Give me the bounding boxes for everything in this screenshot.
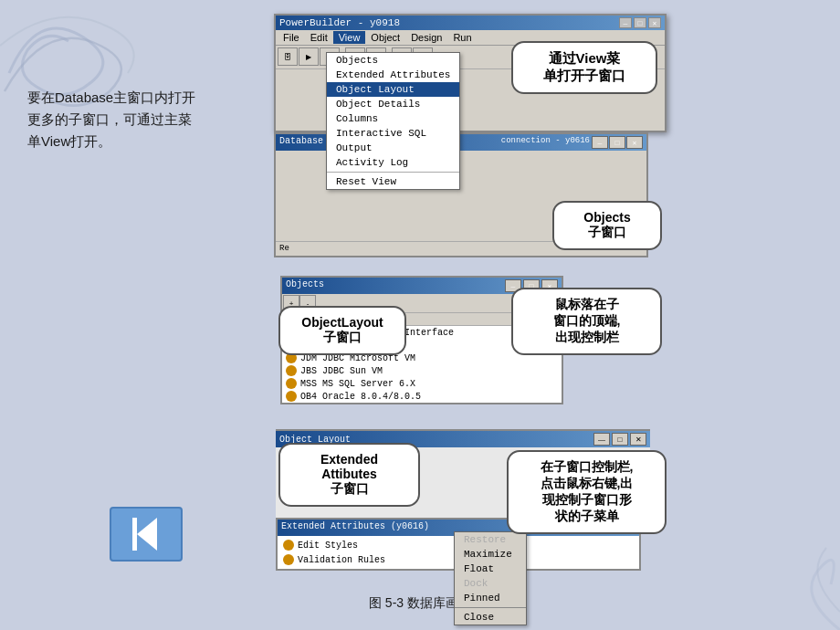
dropdown-obj-layout[interactable]: Object Layout [327, 82, 459, 97]
db-title-btns: — □ ✕ [592, 136, 643, 149]
obj-row-jbs[interactable]: JBS JDBC Sun VM [282, 364, 562, 377]
ext-title: Extended Attributes (y0616) [281, 521, 429, 534]
ext-icon-styles [283, 540, 294, 551]
menu-file[interactable]: File [278, 31, 305, 44]
obj-icon-mss [286, 378, 297, 389]
pb-titlebar: PowerBuilder - y0918 — □ ✕ [276, 16, 665, 30]
objlayout-min[interactable]: — [593, 433, 610, 446]
dropdown-ext-attrs[interactable]: Extended Attributes [327, 68, 459, 82]
callout-view-menu: 通过View菜单打开子窗口 [511, 41, 657, 94]
callout-objects-text: Objects子窗口 [583, 210, 630, 239]
pb-titlebar-buttons: — □ ✕ [619, 17, 661, 28]
dropdown-activity[interactable]: Activity Log [327, 155, 459, 170]
callout-ext: ExtendedAttibutes子窗口 [278, 443, 420, 507]
ctx-divider [455, 607, 526, 608]
pb-max-btn[interactable]: □ [634, 17, 646, 28]
callout-objects: Objects子窗口 [552, 201, 662, 250]
dropdown-reset-view[interactable]: Reset View [327, 174, 459, 189]
obj-row-mss[interactable]: MSS MS SQL Server 6.X [282, 377, 562, 390]
callout-ext-text: ExtendedAttibutes子窗口 [320, 452, 378, 496]
left-explanation: 要在Database主窗口内打开更多的子窗口，可通过主菜单View打开。 [27, 87, 201, 152]
callout-objlayout: ObjectLayout子窗口 [278, 306, 406, 355]
ctx-float[interactable]: Float [455, 562, 526, 576]
dropdown-columns[interactable]: Columns [327, 111, 459, 126]
obj-icon-jbs [286, 365, 297, 376]
nav-prev-button[interactable] [110, 507, 183, 562]
dropdown-objects[interactable]: Objects [327, 53, 459, 68]
dropdown-output[interactable]: Output [327, 141, 459, 155]
ctx-maximize[interactable]: Maximize [455, 547, 526, 562]
pb-title: PowerBuilder - y0918 [279, 17, 400, 28]
db-title: Database [279, 136, 323, 149]
obj-label-jbs: JBS JDBC Sun VM [300, 366, 383, 376]
view-dropdown: Objects Extended Attributes Object Layou… [326, 52, 460, 190]
ctx-restore: Restore [455, 532, 526, 547]
dropdown-divider [327, 172, 459, 173]
tb-btn-1[interactable]: 🗄 [278, 47, 298, 66]
menu-edit[interactable]: Edit [305, 31, 333, 44]
objects-title: Objects [286, 279, 324, 292]
obj-icon-ob4 [286, 391, 297, 402]
dropdown-isql[interactable]: Interactive SQL [327, 126, 459, 141]
screenshot-area: PowerBuilder - y0918 — □ ✕ File Edit Vie… [274, 14, 667, 589]
deco-bottomright [657, 539, 840, 630]
pb-min-btn[interactable]: — [619, 17, 632, 28]
db-connection: connection - y0616 [501, 136, 590, 149]
dropdown-obj-details[interactable]: Object Details [327, 97, 459, 111]
menu-run[interactable]: Run [447, 31, 477, 44]
callout-ctrl-text: 在子窗口控制栏,点击鼠标右键,出现控制子窗口形状的子菜单 [541, 459, 634, 523]
callout-ctrl: 在子窗口控制栏,点击鼠标右键,出现控制子窗口形状的子菜单 [507, 450, 667, 534]
pb-close-btn[interactable]: ✕ [648, 17, 661, 28]
ctx-dock: Dock [455, 576, 526, 591]
menu-object[interactable]: Object [365, 31, 405, 44]
db-restore-btn[interactable]: — [592, 136, 608, 149]
ext-icon-validation [283, 554, 294, 565]
db-close-btn[interactable]: ✕ [626, 136, 643, 149]
callout-mouse-tip: 鼠标落在子窗口的顶端,出现控制栏 [511, 288, 662, 355]
callout-objlayout-text: ObjectLayout子窗口 [301, 315, 383, 344]
menu-design[interactable]: Design [405, 31, 447, 44]
ctx-close[interactable]: Close [455, 610, 526, 625]
obj-label-mss: MSS MS SQL Server 6.X [300, 379, 415, 389]
callout-mouse-text: 鼠标落在子窗口的顶端,出现控制栏 [553, 297, 621, 344]
objlayout-max[interactable]: □ [612, 433, 628, 446]
ext-label-validation: Validation Rules [298, 555, 385, 565]
menu-view[interactable]: View [333, 31, 366, 44]
obj-row-ob4[interactable]: OB4 Oracle 8.0.4/8.0.5 [282, 390, 562, 403]
db-max-btn[interactable]: □ [609, 136, 625, 149]
objlayout-btns: — □ ✕ [593, 433, 646, 446]
callout-view-text: 通过View菜单打开子窗口 [543, 50, 625, 83]
ctx-pinned[interactable]: Pinned [455, 591, 526, 605]
obj-label-ob4: OB4 Oracle 8.0.4/8.0.5 [300, 392, 421, 402]
nav-arrow [137, 518, 157, 551]
db-title-right: connection - y0616 — □ ✕ [501, 136, 643, 149]
tb-btn-2[interactable]: ▶ [299, 47, 319, 66]
context-menu: Restore Maximize Float Dock Pinned Close [454, 531, 527, 625]
ext-label-styles: Edit Styles [298, 541, 358, 551]
objlayout-close[interactable]: ✕ [630, 433, 646, 446]
